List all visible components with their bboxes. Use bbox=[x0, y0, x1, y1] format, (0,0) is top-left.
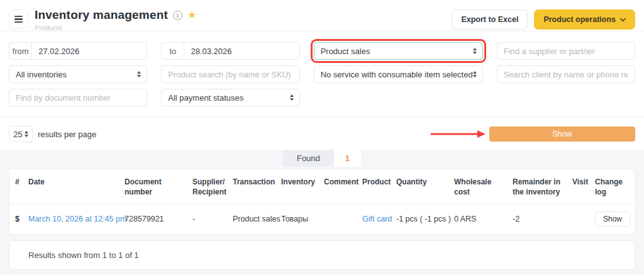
service-consumable-value: No service with consumable item selected bbox=[321, 70, 473, 79]
per-page-row: 25 results per page Show bbox=[9, 117, 635, 150]
per-page-select[interactable]: 25 bbox=[9, 126, 33, 142]
top-section: Inventory management i ★ Products Export… bbox=[0, 0, 644, 150]
col-product: Product bbox=[362, 169, 396, 204]
chevron-down-icon bbox=[620, 17, 626, 23]
col-wholesale-cost: Wholesale cost bbox=[454, 169, 513, 204]
header-actions: Export to Excel Product operations bbox=[452, 9, 635, 30]
inventories-select[interactable]: All inventories bbox=[9, 65, 147, 83]
select-updown-icon bbox=[473, 69, 477, 79]
filters-grid: from to Product sales All inventories No… bbox=[9, 31, 635, 116]
row-product-link[interactable]: Gift card bbox=[362, 215, 392, 223]
table-header-row: # Date Document number Supplier/ Recipie… bbox=[9, 169, 639, 204]
row-date-link[interactable]: March 10, 2026 at 12:45 pm bbox=[28, 215, 126, 223]
col-supplier-recipient: Supplier/ Recipient bbox=[192, 169, 233, 204]
select-updown-icon bbox=[137, 69, 141, 79]
row-transaction: Product sales bbox=[233, 204, 281, 235]
page-title: Inventory management bbox=[35, 8, 168, 22]
payment-statuses-select[interactable]: All payment statuses bbox=[161, 89, 299, 106]
results-tabs: Found 1 bbox=[9, 150, 635, 167]
row-remainder: -2 bbox=[513, 204, 572, 235]
date-from-input[interactable] bbox=[32, 47, 147, 56]
col-change-log: Change log bbox=[595, 169, 639, 204]
product-operations-label: Product operations bbox=[543, 15, 616, 24]
row-quantity: -1 pcs ( -1 pcs ) bbox=[396, 204, 454, 235]
results-table-card: # Date Document number Supplier/ Recipie… bbox=[9, 169, 635, 235]
payment-statuses-value: All payment statuses bbox=[168, 93, 243, 103]
col-document-number: Document number bbox=[125, 169, 192, 204]
document-number-input[interactable] bbox=[9, 89, 147, 106]
supplier-search-input[interactable] bbox=[497, 42, 635, 60]
results-summary-text: Results shown from 1 to 1 of 1 bbox=[28, 250, 139, 260]
results-summary-card: Results shown from 1 to 1 of 1 bbox=[9, 240, 635, 270]
date-from-field[interactable]: from bbox=[9, 42, 147, 60]
select-updown-icon bbox=[290, 93, 294, 103]
date-to-input[interactable] bbox=[184, 47, 299, 56]
col-remainder: Remainder in the inventory bbox=[513, 169, 572, 204]
transaction-type-select[interactable]: Product sales bbox=[314, 42, 483, 60]
col-transaction: Transaction bbox=[233, 169, 281, 204]
tab-found[interactable]: Found bbox=[283, 150, 334, 167]
date-from-label: from bbox=[9, 43, 32, 59]
product-search-input[interactable] bbox=[161, 65, 299, 83]
row-document-number: 728579921 bbox=[125, 204, 192, 235]
favorite-star-icon[interactable]: ★ bbox=[187, 10, 196, 20]
show-button-area: Show bbox=[430, 126, 635, 142]
hamburger-icon bbox=[14, 16, 23, 18]
date-to-label: to bbox=[162, 43, 184, 59]
col-date: Date bbox=[28, 169, 125, 204]
select-updown-icon bbox=[473, 46, 477, 56]
row-supplier-recipient: - bbox=[192, 204, 233, 235]
col-comment: Comment bbox=[324, 169, 362, 204]
results-section: Found 1 # Date Document number Supplier/… bbox=[0, 150, 644, 275]
table-row: $ March 10, 2026 at 12:45 pm 728579921 -… bbox=[9, 204, 639, 235]
col-quantity: Quantity bbox=[396, 169, 454, 204]
product-operations-button[interactable]: Product operations bbox=[534, 9, 635, 30]
tab-found-count[interactable]: 1 bbox=[334, 150, 361, 167]
breadcrumb: Products bbox=[35, 24, 196, 31]
date-to-field[interactable]: to bbox=[161, 42, 299, 60]
show-button[interactable]: Show bbox=[489, 126, 635, 142]
row-comment bbox=[324, 204, 362, 235]
title-block: Inventory management i ★ Products bbox=[35, 8, 196, 31]
inventories-value: All inventories bbox=[16, 70, 67, 79]
inventory-management-page: Inventory management i ★ Products Export… bbox=[0, 0, 644, 275]
row-visit bbox=[572, 204, 595, 235]
page-header: Inventory management i ★ Products Export… bbox=[9, 0, 635, 31]
hamburger-menu-button[interactable] bbox=[9, 9, 28, 29]
col-inventory: Inventory bbox=[281, 169, 324, 204]
per-page-label: results per page bbox=[38, 130, 96, 139]
results-table: # Date Document number Supplier/ Recipie… bbox=[9, 169, 639, 234]
per-page-value: 25 bbox=[13, 130, 22, 139]
col-visit: Visit bbox=[572, 169, 595, 204]
red-annotation-arrow-icon bbox=[430, 130, 486, 138]
select-updown-icon bbox=[25, 129, 28, 139]
transaction-type-value: Product sales bbox=[321, 47, 370, 56]
row-wholesale-cost: 0 ARS bbox=[454, 204, 513, 235]
client-search-input[interactable] bbox=[497, 65, 635, 83]
service-consumable-select[interactable]: No service with consumable item selected bbox=[314, 65, 483, 83]
row-inventory: Товары bbox=[281, 204, 324, 235]
export-to-excel-button[interactable]: Export to Excel bbox=[452, 9, 528, 30]
info-icon[interactable]: i bbox=[173, 11, 182, 20]
transaction-type-icon: $ bbox=[9, 204, 28, 235]
col-number: # bbox=[9, 169, 28, 204]
change-log-show-button[interactable]: Show bbox=[595, 211, 630, 227]
